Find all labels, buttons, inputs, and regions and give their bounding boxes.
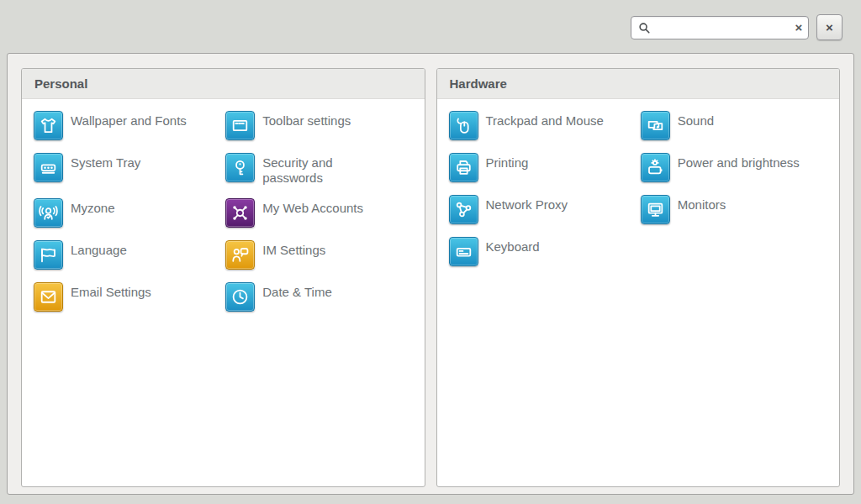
network-nodes-icon: [449, 195, 478, 224]
item-label: Network Proxy: [486, 195, 568, 213]
envelope-icon: [34, 282, 63, 312]
settings-item-language[interactable]: Language: [34, 240, 225, 270]
item-label: Language: [71, 240, 127, 258]
settings-item-trackpad-and-mouse[interactable]: Trackpad and Mouse: [449, 111, 641, 140]
item-label: Monitors: [678, 195, 726, 213]
item-label: System Tray: [71, 153, 140, 171]
settings-item-toolbar-settings[interactable]: Toolbar settings: [225, 111, 417, 140]
search-input[interactable]: [652, 18, 790, 37]
item-label: Trackpad and Mouse: [486, 111, 604, 129]
section-item-grid: Trackpad and MouseSoundPrintingPower and…: [437, 99, 840, 273]
tshirt-icon: [34, 111, 63, 140]
item-label: Security and passwords: [262, 153, 395, 186]
item-label: Email Settings: [71, 282, 151, 300]
settings-item-keyboard[interactable]: Keyboard: [449, 237, 641, 266]
settings-item-system-tray[interactable]: System Tray: [34, 153, 225, 182]
settings-item-date-time[interactable]: Date & Time: [225, 282, 417, 312]
keyboard-icon: [449, 237, 478, 266]
settings-item-network-proxy[interactable]: Network Proxy: [449, 195, 641, 224]
system-tray-icon: [34, 153, 63, 182]
search-icon: [637, 21, 652, 35]
item-label: Printing: [486, 153, 529, 171]
settings-item-im-settings[interactable]: IM Settings: [225, 240, 417, 270]
item-label: Keyboard: [486, 237, 540, 255]
window-titlebar: × ×: [0, 0, 861, 53]
item-label: Toolbar settings: [262, 111, 351, 129]
toolbar-icon: [225, 111, 255, 140]
section-title: Personal: [22, 69, 425, 99]
settings-item-printing[interactable]: Printing: [449, 153, 641, 182]
item-label: Sound: [678, 111, 714, 129]
settings-item-email-settings[interactable]: Email Settings: [34, 282, 225, 312]
chat-person-icon: [225, 240, 255, 270]
search-clear-icon[interactable]: ×: [790, 17, 808, 39]
settings-item-myzone[interactable]: Myzone: [34, 198, 225, 228]
flag-icon: [34, 240, 63, 270]
speaker-notes-icon: [641, 111, 670, 140]
window-close-button[interactable]: ×: [816, 14, 843, 40]
settings-item-security-and-passwords[interactable]: Security and passwords: [225, 153, 417, 186]
settings-item-monitors[interactable]: Monitors: [641, 195, 832, 224]
printer-icon: [449, 153, 478, 182]
section-item-grid: Wallpaper and FontsToolbar settingsSyste…: [22, 99, 425, 318]
search-box[interactable]: ×: [631, 16, 809, 39]
item-label: IM Settings: [262, 240, 325, 258]
clock-icon: [225, 282, 255, 312]
item-label: My Web Accounts: [262, 198, 363, 216]
settings-item-sound[interactable]: Sound: [641, 111, 832, 140]
mouse-icon: [449, 111, 478, 140]
settings-item-my-web-accounts[interactable]: My Web Accounts: [225, 198, 417, 228]
item-label: Myzone: [71, 198, 115, 216]
item-label: Power and brightness: [678, 153, 800, 171]
monitor-icon: [641, 195, 670, 224]
key-icon: [225, 153, 255, 182]
section-title: Hardware: [437, 69, 840, 99]
settings-item-power-and-brightness[interactable]: Power and brightness: [641, 153, 832, 182]
item-label: Date & Time: [262, 282, 332, 300]
battery-sun-icon: [641, 153, 670, 182]
item-label: Wallpaper and Fonts: [71, 111, 187, 129]
section-hardware: HardwareTrackpad and MouseSoundPrintingP…: [436, 68, 841, 487]
settings-item-wallpaper-and-fonts[interactable]: Wallpaper and Fonts: [34, 111, 225, 140]
share-network-icon: [225, 198, 255, 228]
settings-window: PersonalWallpaper and FontsToolbar setti…: [7, 53, 854, 495]
person-signal-icon: [34, 198, 63, 228]
section-personal: PersonalWallpaper and FontsToolbar setti…: [21, 68, 425, 487]
